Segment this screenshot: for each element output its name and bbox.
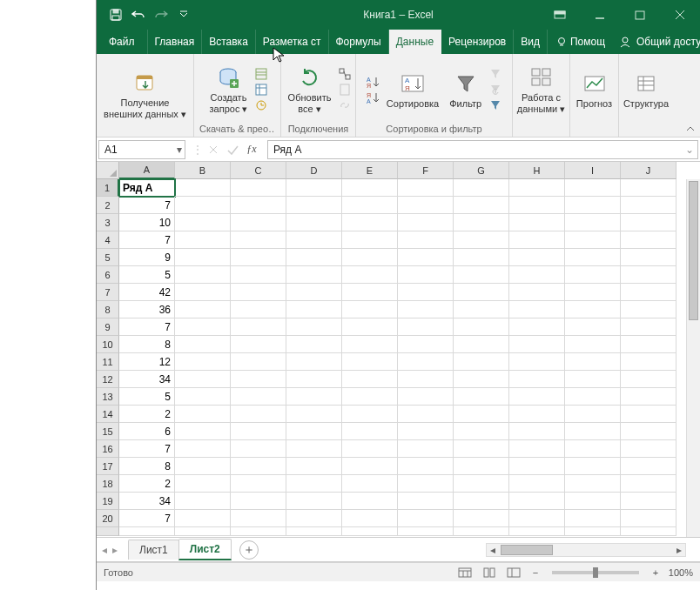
row-header[interactable]: 7 xyxy=(97,284,119,301)
cell[interactable] xyxy=(286,353,342,371)
cell[interactable] xyxy=(454,475,509,493)
column-header[interactable]: D xyxy=(286,162,342,179)
cell[interactable] xyxy=(509,284,565,301)
cell[interactable] xyxy=(342,301,398,318)
cell[interactable] xyxy=(398,318,454,336)
refresh-all-button[interactable]: Обновить все ▾ xyxy=(285,63,335,116)
cell[interactable]: 34 xyxy=(119,371,175,388)
save-icon[interactable] xyxy=(105,4,126,25)
cell[interactable] xyxy=(286,440,342,458)
column-header[interactable]: E xyxy=(342,162,398,179)
cell[interactable] xyxy=(398,301,454,318)
cell[interactable] xyxy=(286,197,342,214)
cell[interactable] xyxy=(175,197,231,214)
cell[interactable] xyxy=(231,318,286,336)
row-header[interactable]: 19 xyxy=(97,493,119,510)
cell[interactable] xyxy=(621,440,676,458)
row-header[interactable]: 16 xyxy=(97,440,119,458)
cell[interactable] xyxy=(175,475,231,493)
edit-links-icon[interactable] xyxy=(338,98,352,112)
cell[interactable] xyxy=(454,197,509,214)
enter-formula-icon[interactable] xyxy=(224,141,241,158)
cell[interactable] xyxy=(398,458,454,475)
row-header[interactable] xyxy=(97,527,119,536)
cell[interactable] xyxy=(231,475,286,493)
cell[interactable] xyxy=(175,266,231,284)
cell[interactable] xyxy=(398,371,454,388)
cell[interactable] xyxy=(509,527,565,536)
cell[interactable] xyxy=(286,458,342,475)
clear-filter-icon[interactable] xyxy=(488,67,502,81)
cell[interactable] xyxy=(454,231,509,249)
cell[interactable] xyxy=(621,493,676,510)
recent-sources-icon[interactable] xyxy=(254,98,268,112)
cell[interactable] xyxy=(286,388,342,406)
collapse-ribbon-icon[interactable] xyxy=(684,123,697,135)
maximize-icon[interactable] xyxy=(620,0,660,30)
tab-tell-me[interactable]: Помощ xyxy=(548,30,612,54)
cell[interactable] xyxy=(342,493,398,510)
cell[interactable] xyxy=(509,179,565,197)
cell[interactable] xyxy=(454,353,509,371)
row-header[interactable]: 5 xyxy=(97,249,119,266)
cell[interactable] xyxy=(342,406,398,423)
cell[interactable] xyxy=(175,301,231,318)
data-tools-button[interactable]: Работа с данными ▾ xyxy=(514,63,569,116)
spreadsheet-grid[interactable]: ABCDEFGHIJ1Ряд А273104759657428369710811… xyxy=(97,162,700,538)
row-header[interactable]: 3 xyxy=(97,214,119,231)
cell[interactable] xyxy=(342,179,398,197)
cell[interactable] xyxy=(565,214,621,231)
cell[interactable] xyxy=(398,179,454,197)
sort-button[interactable]: АЯ Сортировка xyxy=(383,69,442,111)
cell[interactable] xyxy=(454,371,509,388)
column-header[interactable]: I xyxy=(565,162,621,179)
new-query-button[interactable]: Создать запрос ▾ xyxy=(206,63,252,116)
row-header[interactable]: 18 xyxy=(97,475,119,493)
cell[interactable] xyxy=(454,458,509,475)
cell[interactable] xyxy=(286,336,342,353)
from-table-icon[interactable] xyxy=(254,83,268,97)
cell[interactable]: 2 xyxy=(119,406,175,423)
cell[interactable] xyxy=(398,510,454,527)
cell[interactable] xyxy=(175,284,231,301)
undo-icon[interactable] xyxy=(128,4,149,25)
redo-icon[interactable] xyxy=(151,4,172,25)
close-icon[interactable] xyxy=(660,0,700,30)
cell[interactable] xyxy=(621,510,676,527)
cell[interactable] xyxy=(231,493,286,510)
cell[interactable] xyxy=(454,284,509,301)
cell[interactable] xyxy=(231,527,286,536)
row-header[interactable]: 6 xyxy=(97,266,119,284)
tab-file[interactable]: Файл xyxy=(97,30,148,54)
row-header[interactable]: 14 xyxy=(97,406,119,423)
cell[interactable] xyxy=(175,318,231,336)
cell[interactable] xyxy=(175,493,231,510)
connections-icon[interactable] xyxy=(338,67,352,81)
cell[interactable] xyxy=(398,336,454,353)
cell[interactable] xyxy=(621,266,676,284)
cell[interactable]: 2 xyxy=(119,475,175,493)
tab-insert[interactable]: Вставка xyxy=(202,30,256,54)
cell[interactable] xyxy=(509,493,565,510)
cell[interactable] xyxy=(454,406,509,423)
cell[interactable] xyxy=(175,336,231,353)
page-break-view-icon[interactable] xyxy=(505,566,522,580)
cell[interactable] xyxy=(398,388,454,406)
cell[interactable] xyxy=(565,249,621,266)
cell[interactable]: 36 xyxy=(119,301,175,318)
cell[interactable] xyxy=(509,353,565,371)
cell[interactable] xyxy=(621,388,676,406)
cell[interactable] xyxy=(509,231,565,249)
column-header[interactable]: C xyxy=(231,162,286,179)
zoom-label[interactable]: 100% xyxy=(669,567,693,578)
cell[interactable] xyxy=(231,284,286,301)
cell[interactable] xyxy=(342,423,398,440)
cell[interactable] xyxy=(621,527,676,536)
cell[interactable] xyxy=(175,231,231,249)
cell[interactable] xyxy=(231,231,286,249)
cell[interactable] xyxy=(398,440,454,458)
minimize-icon[interactable] xyxy=(580,0,620,30)
cell[interactable] xyxy=(119,527,175,536)
qat-customize-icon[interactable] xyxy=(173,4,194,25)
cell[interactable] xyxy=(342,266,398,284)
